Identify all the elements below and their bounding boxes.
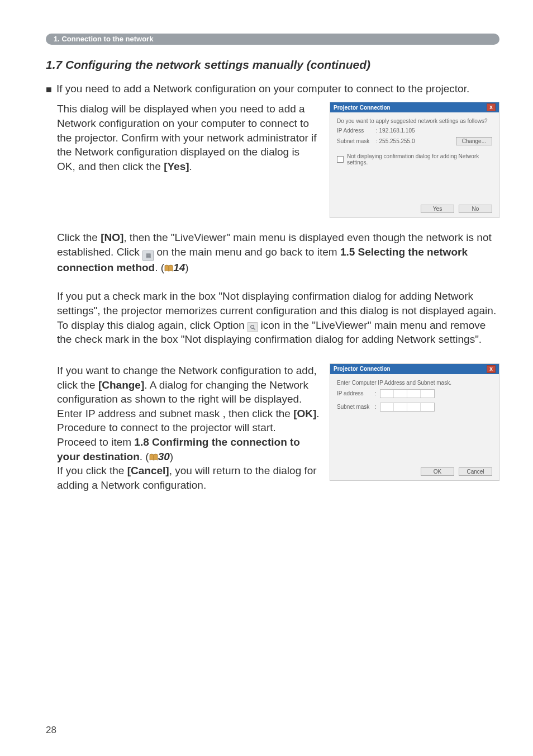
dialog2-sep-1: : bbox=[375, 390, 377, 396]
sm-octet-3[interactable] bbox=[407, 403, 421, 411]
p4-cancel: [Cancel] bbox=[127, 465, 169, 476]
svg-point-1 bbox=[250, 325, 254, 328]
svg-line-2 bbox=[253, 328, 255, 329]
p1-dot: . bbox=[189, 160, 192, 172]
paragraph-3: If you put a check mark in the box "Not … bbox=[57, 289, 499, 347]
p2-close: ) bbox=[185, 262, 188, 273]
p4-cancel-a: If you click the bbox=[57, 465, 127, 476]
p4-change: [Change] bbox=[98, 379, 144, 391]
ip-octet-4[interactable] bbox=[421, 390, 434, 398]
dialog1-yes-button[interactable]: Yes bbox=[421, 205, 454, 213]
dialog1-change-button[interactable]: Change... bbox=[456, 137, 492, 145]
dialog2-titlebar: Projector Connection x bbox=[330, 364, 499, 374]
paragraph-4: If you want to change the Network config… bbox=[57, 363, 320, 493]
ip-octet-3[interactable] bbox=[407, 390, 421, 398]
paragraph-1: This dialog will be displayed when you n… bbox=[57, 102, 320, 173]
dialog1-subnet-label: Subnet mask bbox=[337, 138, 372, 144]
p4-proceed-a: Proceed to item bbox=[57, 436, 134, 448]
dialog1-subnet-value: : 255.255.255.0 bbox=[376, 138, 415, 144]
dialog2-ip-label: IP address bbox=[337, 390, 372, 396]
dialog2-question: Enter Computer IP Address and Subnet mas… bbox=[337, 380, 492, 386]
p4-proceed-dot: . ( bbox=[140, 451, 149, 462]
intro-bullet: ■ If you need to add a Network configura… bbox=[46, 82, 499, 96]
liveviewer-connect-icon: ▦ bbox=[142, 251, 154, 261]
sm-octet-2[interactable] bbox=[394, 403, 407, 411]
dialog1-ip-label: IP Address bbox=[337, 127, 372, 134]
dialog1-no-button[interactable]: No bbox=[459, 205, 492, 213]
dialog2-cancel-button[interactable]: Cancel bbox=[459, 467, 492, 476]
p4-page-ref: 30 bbox=[158, 451, 170, 462]
dialog1-titlebar: Projector Connection x bbox=[330, 102, 499, 112]
intro-text: If you need to add a Network configurati… bbox=[56, 82, 469, 96]
bullet-mark: ■ bbox=[46, 83, 52, 96]
p2-c: on the main menu and go back to item bbox=[154, 246, 340, 258]
dialog2-subnet-input[interactable] bbox=[380, 403, 435, 412]
dialog1-ip-value: : 192.168.1.105 bbox=[376, 127, 415, 134]
dialog1-checkbox[interactable] bbox=[337, 156, 344, 163]
dialog-enter-ip: Projector Connection x Enter Computer IP… bbox=[330, 363, 499, 481]
p1-yes-label: [Yes] bbox=[164, 160, 189, 172]
p2-no: [NO] bbox=[101, 231, 123, 243]
dialog2-ip-input[interactable] bbox=[380, 389, 435, 398]
paragraph-2: Click the [NO], then the "LiveViewer" ma… bbox=[57, 230, 499, 275]
book-icon bbox=[149, 453, 158, 461]
option-search-icon bbox=[248, 322, 258, 332]
page-number: 28 bbox=[46, 725, 56, 736]
dialog1-question: Do you want to apply suggested network s… bbox=[337, 118, 492, 124]
dialog1-close-button[interactable]: x bbox=[487, 103, 496, 111]
dialog-confirm-network: Projector Connection x Do you want to ap… bbox=[330, 102, 499, 218]
p2-a: Click the bbox=[57, 231, 101, 243]
p2-page-ref: 14 bbox=[173, 262, 185, 273]
dialog2-ok-button[interactable]: OK bbox=[421, 467, 454, 476]
dialog2-sep-2: : bbox=[375, 404, 377, 410]
dialog1-checkbox-label: Not displaying confirmation dialog for a… bbox=[347, 153, 492, 166]
dialog1-title: Projector Connection bbox=[334, 105, 391, 111]
dialog2-subnet-label: Subnet mask bbox=[337, 404, 372, 410]
p4-close: ) bbox=[170, 451, 173, 462]
ip-octet-1[interactable] bbox=[380, 390, 394, 398]
book-icon bbox=[164, 264, 173, 272]
p2-dot: . ( bbox=[155, 262, 164, 273]
dialog2-title: Projector Connection bbox=[334, 366, 391, 372]
ip-octet-2[interactable] bbox=[394, 390, 407, 398]
page-heading: 1.7 Configuring the network settings man… bbox=[46, 58, 499, 72]
sm-octet-4[interactable] bbox=[421, 403, 434, 411]
dialog2-close-button[interactable]: x bbox=[487, 365, 496, 373]
sm-octet-1[interactable] bbox=[380, 403, 394, 411]
section-header-pill: 1. Connection to the network bbox=[46, 34, 499, 45]
p4-ok: [OK] bbox=[293, 408, 316, 419]
